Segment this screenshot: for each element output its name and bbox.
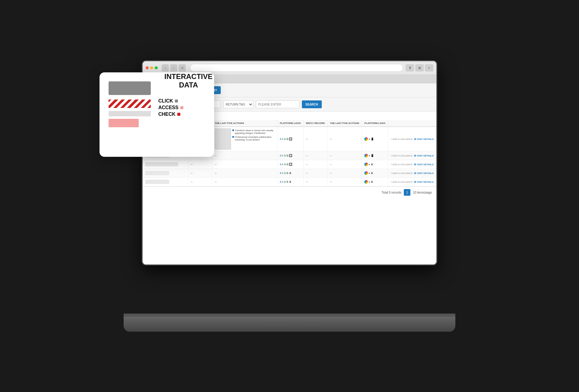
cell-actions2-1: -- <box>327 127 362 151</box>
visit-btn-3[interactable]: ⊞ VISIT DETAILS <box>414 163 434 166</box>
cell-actions2-2: -- <box>327 151 362 160</box>
callback-btn-5[interactable]: + ADD A CALLBACK <box>391 181 413 183</box>
cell-reply2-5: -- <box>303 178 327 186</box>
chrome-icon-5 <box>364 180 368 184</box>
dot-red[interactable] <box>146 66 149 69</box>
chrome-icon-4 <box>364 171 368 175</box>
chrome-icon-3 <box>364 163 368 166</box>
action-item-2: Professional consultant collaborative ma… <box>232 136 275 141</box>
visit-btn-2[interactable]: ⊞ VISIT DETAILS <box>414 154 434 157</box>
card-pink-bar <box>109 119 139 127</box>
browser-dots <box>146 66 158 69</box>
cell-btns-4: + ADD A CALLBACK ⊞ VISIT DETAILS <box>388 169 436 178</box>
dot-green[interactable] <box>155 66 158 69</box>
legend-check: CHECK <box>158 112 214 117</box>
card-stripe <box>109 100 151 108</box>
platform-icons-2-3: ● 🖥 <box>364 163 385 166</box>
cell-actions1-3: -- <box>212 160 277 169</box>
cell-platform2-5: ● 🖥 <box>362 178 388 186</box>
cell-platform1-2: 𝖋 A G b 🔲 <box>277 151 303 160</box>
chrome-icon <box>364 137 368 141</box>
cell-reply2-3: -- <box>303 160 327 169</box>
clid-block-3 <box>145 162 178 166</box>
legend-click: CLICK <box>158 98 214 104</box>
cell-clid-3 <box>143 160 188 169</box>
cell-actions1-4: -- <box>212 169 277 178</box>
add-btn[interactable]: + <box>425 64 433 71</box>
bookmark-btn[interactable]: ⊞ <box>415 64 424 71</box>
platform-icons-1-2: 𝖋 A G b 🔲 <box>280 154 301 157</box>
laptop-notch <box>259 323 320 325</box>
cell-platform2-1: ● 📱 <box>362 127 388 151</box>
actions-list: Transform ideas or stories into visually… <box>232 128 275 142</box>
cell-actions1-1: Transform ideas or stories into visually… <box>212 127 277 151</box>
pagination-row: Total 5 records 1 10 items/page <box>143 186 436 198</box>
platform-icons-2-1: ● 📱 <box>364 137 385 141</box>
return-tag-select[interactable]: RETURN TAG <box>223 100 253 108</box>
cell-platform1-4: 𝖋 A G b 🖥 <box>277 169 303 178</box>
cell-platform2-4: ● 🖥 <box>362 169 388 178</box>
table-row: -- -- 𝖋 A G b 🖥 <box>143 169 436 178</box>
cell-btns-5: + ADD A CALLBACK ⊞ VISIT DETAILS <box>388 178 436 186</box>
forward-btn[interactable]: › <box>170 64 177 71</box>
cell-reply1-4: -- <box>188 169 212 178</box>
platform-icons-1-4: 𝖋 A G b 🖥 <box>280 172 301 175</box>
cell-platform1-5: 𝖋 A G b 🖥 <box>277 178 303 186</box>
back-btn[interactable]: ‹ <box>162 64 169 71</box>
callback-btn-1[interactable]: + ADD A CALLBACK <box>391 138 413 141</box>
page-num-btn[interactable]: 1 <box>404 189 410 196</box>
callback-btn-4[interactable]: + ADD A CALLBACK <box>391 172 413 175</box>
cell-btns-2: + ADD A CALLBACK ⊞ VISIT DETAILS <box>388 151 436 160</box>
platform-icons-1: 𝖋 A G b 🔲 <box>280 138 301 141</box>
legend-access: ACCESS <box>158 105 214 110</box>
clid-block-4 <box>145 171 169 175</box>
cell-reply2-1: -- <box>303 127 327 151</box>
col-platform1: PLATFORM LOGO <box>277 120 303 127</box>
callback-btn-2[interactable]: + ADD A CALLBACK <box>391 154 413 157</box>
share-btn[interactable]: ⬆ <box>406 64 414 71</box>
col-actions1: THE LAST FIVE ACTIONS <box>212 120 277 127</box>
cell-actions1-5: -- <box>212 178 277 186</box>
cell-platform2-2: ● 📱 <box>362 151 388 160</box>
action-dot <box>232 129 234 131</box>
cell-reply2-2: -- <box>303 151 327 160</box>
callback-btn-3[interactable]: + ADD A CALLBACK <box>391 163 413 166</box>
cell-platform1-1: 𝖋 A G b 🔲 <box>277 127 303 151</box>
card-top-bar <box>109 81 151 95</box>
search-button[interactable]: SEARCH <box>302 100 322 108</box>
legend-dot-check <box>177 113 180 116</box>
floating-card: INTERACTIVE DATA CLICK ACCESS CHECK <box>100 72 214 157</box>
address-bar[interactable] <box>190 64 403 72</box>
dot-yellow[interactable] <box>150 66 153 69</box>
items-per-page: 10 items/page <box>413 191 432 194</box>
legend-dot-click <box>175 100 178 103</box>
laptop-base <box>124 317 455 332</box>
cell-reply1-5: -- <box>188 178 212 186</box>
platform-icons-1-5: 𝖋 A G b 🖥 <box>280 180 301 184</box>
cell-clid-4 <box>143 169 188 178</box>
clid-block-5 <box>145 180 169 184</box>
cell-actions1-2: -- <box>212 151 277 160</box>
action-item-1: Transform ideas or stories into visually… <box>232 129 275 134</box>
platform-icons-2-2: ● 📱 <box>364 154 385 157</box>
col-platform2: PLATFORM LOGO <box>362 120 388 127</box>
card-title: INTERACTIVE DATA <box>158 72 214 89</box>
action-dot-2 <box>232 136 234 138</box>
legend-dot-access <box>180 106 183 109</box>
visit-btn-5[interactable]: ⊞ VISIT DETAILS <box>414 181 434 183</box>
platform-icons-2-5: ● 🖥 <box>364 180 385 184</box>
tag-input[interactable] <box>256 100 299 108</box>
browser-action-btns: ⬆ ⊞ + <box>406 64 433 71</box>
visit-btn-4[interactable]: ⊞ VISIT DETAILS <box>414 172 434 175</box>
cell-actions2-5: -- <box>327 178 362 186</box>
cell-clid-5 <box>143 178 188 186</box>
cell-platform2-3: ● 🖥 <box>362 160 388 169</box>
visit-btn-1[interactable]: ⊞ VISIT DETAILS <box>414 138 434 141</box>
browser-nav: ‹ › ↺ <box>162 64 186 71</box>
cell-actions2-4: -- <box>327 169 362 178</box>
refresh-btn[interactable]: ↺ <box>179 64 186 71</box>
cell-btns-3: + ADD A CALLBACK ⊞ VISIT DETAILS <box>388 160 436 169</box>
cell-btns-1: + ADD A CALLBACK ⊞ VISIT DETAILS <box>388 127 436 151</box>
total-records: Total 5 records <box>382 191 402 194</box>
table-row: -- -- 𝖋 A G b 🔲 <box>143 160 436 169</box>
